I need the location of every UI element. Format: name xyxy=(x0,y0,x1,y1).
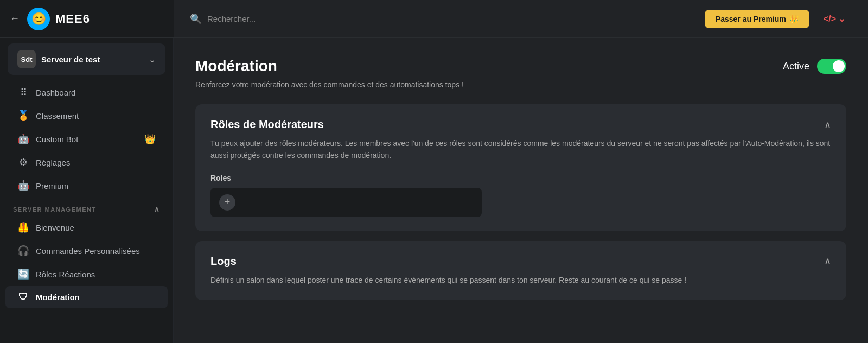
active-label: Active xyxy=(783,61,809,72)
search-area: 🔍 Rechercher... xyxy=(190,13,256,25)
code-btn-chevron: ⌄ xyxy=(838,14,845,24)
sidebar: ← 😊 MEE6 Sdt Serveur de test ⌄ ⠿ Dashboa… xyxy=(0,0,174,343)
roles-label: Roles xyxy=(210,174,831,182)
code-btn-label: </> xyxy=(824,14,836,24)
server-selector[interactable]: Sdt Serveur de test ⌄ xyxy=(8,43,165,75)
premium-crown-icon: 👑 xyxy=(789,15,799,23)
card-roles-header[interactable]: Rôles de Modérateurs ∧ xyxy=(210,118,831,131)
sidebar-item-label: Custom Bot xyxy=(36,135,78,144)
code-button[interactable]: </> ⌄ xyxy=(817,9,852,28)
section-server-management: SERVER MANAGEMENT ∧ xyxy=(0,198,173,215)
page-subtitle: Renforcez votre modération avec des comm… xyxy=(195,80,846,89)
sidebar-item-premium[interactable]: 🤖 Premium xyxy=(5,174,168,197)
custom-bot-icon: 🤖 xyxy=(17,133,29,145)
page-title: Modération xyxy=(195,58,277,75)
sidebar-item-label: Rôles Réactions xyxy=(36,270,95,279)
server-chevron-icon: ⌄ xyxy=(149,54,156,65)
header-actions: Passer au Premium 👑 </> ⌄ xyxy=(705,9,852,28)
classement-icon: 🏅 xyxy=(17,110,29,122)
dashboard-icon: ⠿ xyxy=(17,86,29,98)
roles-input-area[interactable]: + xyxy=(210,188,482,217)
sidebar-item-label: Dashboard xyxy=(36,88,75,97)
card-roles-moderateurs: Rôles de Modérateurs ∧ Tu peux ajouter d… xyxy=(195,104,846,231)
sidebar-item-custom-bot[interactable]: 🤖 Custom Bot 👑 xyxy=(5,128,168,150)
card-logs-chevron-icon[interactable]: ∧ xyxy=(824,255,831,267)
card-logs-desc: Définis un salon dans lequel poster une … xyxy=(210,274,831,286)
search-placeholder[interactable]: Rechercher... xyxy=(207,14,256,23)
main-content: 🔍 Rechercher... Passer au Premium 👑 </> … xyxy=(174,0,868,343)
server-avatar: Sdt xyxy=(17,50,36,68)
sidebar-item-commandes-personnalisees[interactable]: 🎧 Commandes Personnalisées xyxy=(5,239,168,262)
header-bar: 🔍 Rechercher... Passer au Premium 👑 </> … xyxy=(174,0,868,38)
premium-button[interactable]: Passer au Premium 👑 xyxy=(705,10,809,28)
sidebar-item-label: Commandes Personnalisées xyxy=(36,246,140,256)
premium-badge-icon: 👑 xyxy=(144,134,156,145)
card-roles-title: Rôles de Modérateurs xyxy=(210,118,324,131)
bienvenue-icon: 🦺 xyxy=(17,221,29,233)
logo-text: MEE6 xyxy=(55,12,90,26)
premium-icon: 🤖 xyxy=(17,180,29,192)
sidebar-item-bienvenue[interactable]: 🦺 Bienvenue xyxy=(5,216,168,239)
section-collapse-icon[interactable]: ∧ xyxy=(154,205,161,213)
card-logs-header[interactable]: Logs ∧ xyxy=(210,255,831,268)
premium-btn-label: Passer au Premium xyxy=(716,15,786,23)
logo-icon: 😊 xyxy=(27,8,50,30)
sidebar-item-reglages[interactable]: ⚙ Réglages xyxy=(5,151,168,174)
card-logs: Logs ∧ Définis un salon dans lequel post… xyxy=(195,241,846,300)
main-nav: ⠿ Dashboard 🏅 Classement 🤖 Custom Bot 👑 … xyxy=(0,80,173,309)
active-toggle-area: Active xyxy=(783,59,846,74)
server-name: Serveur de test xyxy=(41,55,100,64)
moderation-icon: 🛡 xyxy=(17,291,29,303)
add-role-button[interactable]: + xyxy=(219,194,235,211)
sidebar-item-label: Classement xyxy=(36,111,79,120)
reglages-icon: ⚙ xyxy=(17,156,29,168)
page-header: Modération Active xyxy=(195,58,846,75)
commandes-icon: 🎧 xyxy=(17,245,29,257)
card-roles-desc: Tu peux ajouter des rôles modérateurs. L… xyxy=(210,137,831,162)
topbar: ← 😊 MEE6 xyxy=(0,0,174,38)
sidebar-item-label: Bienvenue xyxy=(36,223,74,232)
card-logs-title: Logs xyxy=(210,255,237,268)
sidebar-item-label: Modération xyxy=(36,293,80,302)
page-content: Modération Active Renforcez votre modéra… xyxy=(174,38,868,343)
sidebar-item-classement[interactable]: 🏅 Classement xyxy=(5,104,168,127)
sidebar-item-dashboard[interactable]: ⠿ Dashboard xyxy=(5,81,168,104)
sidebar-item-label: Réglages xyxy=(36,158,70,167)
back-icon[interactable]: ← xyxy=(10,13,20,24)
logo-area: ← 😊 MEE6 xyxy=(10,8,90,30)
card-roles-chevron-icon[interactable]: ∧ xyxy=(824,119,831,131)
roles-reactions-icon: 🔄 xyxy=(17,268,29,280)
search-icon: 🔍 xyxy=(190,13,202,25)
toggle-knob xyxy=(833,60,845,72)
sidebar-item-moderation[interactable]: 🛡 Modération xyxy=(5,286,168,308)
sidebar-item-roles-reactions[interactable]: 🔄 Rôles Réactions xyxy=(5,263,168,285)
sidebar-item-label: Premium xyxy=(36,181,68,190)
active-toggle[interactable] xyxy=(817,59,846,74)
